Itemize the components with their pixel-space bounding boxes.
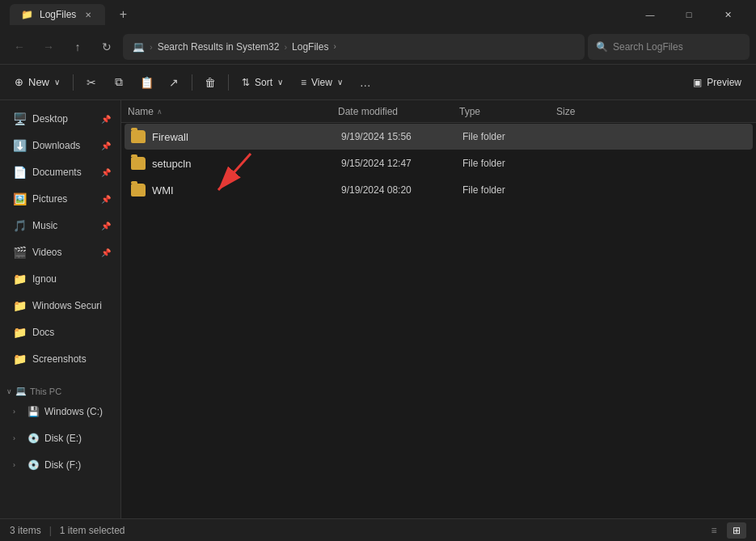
file-type-setupcln: File folder xyxy=(462,158,560,169)
address-part-system32: Search Results in System32 xyxy=(158,41,280,53)
pictures-icon: 🖼️ xyxy=(13,192,26,205)
file-type-wmi: File folder xyxy=(462,184,560,196)
sidebar-label-winsec: Windows Securi xyxy=(32,300,111,311)
selected-count: 1 item selected xyxy=(60,525,125,536)
grid-view-button[interactable]: ⊞ xyxy=(727,522,746,539)
content-area: Name ∧ Date modified Type Size Firewall … xyxy=(121,100,756,518)
file-name-setupcln: setupcln xyxy=(131,157,341,170)
address-end-chevron: › xyxy=(333,42,336,51)
file-row-wmi[interactable]: WMI 9/19/2024 08:20 File folder xyxy=(125,177,753,203)
file-row-firewall[interactable]: Firewall 9/19/2024 15:56 File folder xyxy=(125,124,753,150)
address-bar[interactable]: 💻 › Search Results in System32 › LogFile… xyxy=(123,34,585,60)
sidebar-item-screenshots[interactable]: 📁 Screenshots xyxy=(3,346,117,372)
new-tab-button[interactable]: + xyxy=(112,3,134,26)
address-part-logfiles: LogFiles xyxy=(292,41,328,53)
sidebar-item-documents[interactable]: 📄 Documents 📌 xyxy=(3,159,117,185)
drive-c-icon: 💾 xyxy=(27,406,40,417)
sidebar-item-downloads[interactable]: ⬇️ Downloads 📌 xyxy=(3,133,117,158)
copy-icon: ⧉ xyxy=(115,75,123,89)
list-view-button[interactable]: ≡ xyxy=(704,522,724,539)
sort-chevron-icon: ∨ xyxy=(277,78,283,87)
sort-button[interactable]: ⇅ Sort ∨ xyxy=(234,70,291,95)
search-bar[interactable]: 🔍 Search LogFiles xyxy=(588,34,750,60)
sidebar-item-ignou[interactable]: 📁 Ignou xyxy=(3,266,117,292)
sidebar-item-desktop[interactable]: 🖥️ Desktop 📌 xyxy=(3,106,117,132)
sort-icon: ⇅ xyxy=(242,77,250,88)
sidebar-drive-f[interactable]: › 💿 Disk (F:) xyxy=(3,452,117,478)
docs-folder-icon: 📁 xyxy=(13,326,26,339)
sidebar-item-docs[interactable]: 📁 Docs xyxy=(3,319,117,345)
preview-button[interactable]: ▣ Preview xyxy=(685,70,750,95)
this-pc-section[interactable]: ∨ 💻 This PC xyxy=(0,379,120,398)
sidebar-label-documents: Documents xyxy=(32,167,95,178)
file-label-setupcln: setupcln xyxy=(152,158,191,170)
folder-icon-firewall xyxy=(131,130,146,143)
drive-icon: 💻 xyxy=(133,41,145,53)
preview-label: Preview xyxy=(707,77,741,88)
ignou-folder-icon: 📁 xyxy=(13,273,26,285)
cut-button[interactable]: ✂ xyxy=(78,70,104,95)
file-label-wmi: WMI xyxy=(152,184,174,197)
search-icon: 🔍 xyxy=(596,41,608,53)
col-header-name[interactable]: Name ∧ xyxy=(128,106,338,117)
this-pc-section-chevron: ∨ xyxy=(6,387,12,395)
col-header-type[interactable]: Type xyxy=(459,106,556,117)
tab-logfiles[interactable]: 📁 LogFiles ✕ xyxy=(10,4,105,25)
pin-icon-videos: 📌 xyxy=(101,248,111,257)
back-icon: ← xyxy=(14,40,25,53)
view-label: View xyxy=(311,77,332,88)
tab-close-button[interactable]: ✕ xyxy=(82,9,94,20)
drive-f-label: Disk (F:) xyxy=(44,459,81,471)
share-button[interactable]: ↗ xyxy=(161,70,187,95)
separator-1 xyxy=(73,74,74,91)
up-button[interactable]: ↑ xyxy=(65,34,91,60)
file-label-firewall: Firewall xyxy=(152,131,188,143)
sidebar-item-pictures[interactable]: 🖼️ Pictures 📌 xyxy=(3,186,117,212)
paste-icon: 📋 xyxy=(140,76,154,89)
sidebar-label-downloads: Downloads xyxy=(32,140,95,151)
new-plus-icon: ⊕ xyxy=(15,76,23,88)
forward-button[interactable]: → xyxy=(36,34,61,60)
sidebar-item-music[interactable]: 🎵 Music 📌 xyxy=(3,213,117,239)
this-pc-icon: 💻 xyxy=(15,386,27,396)
delete-button[interactable]: 🗑 xyxy=(197,70,223,95)
action-toolbar: ⊕ New ∨ ✂ ⧉ 📋 ↗ 🗑 ⇅ Sort ∨ ≡ View ∨ … ▣ … xyxy=(0,65,756,100)
minimize-button[interactable]: — xyxy=(631,0,669,29)
refresh-button[interactable]: ↻ xyxy=(94,34,120,60)
col-header-size[interactable]: Size xyxy=(556,106,621,117)
file-row-setupcln[interactable]: setupcln 9/15/2024 12:47 File folder xyxy=(125,150,753,176)
sidebar-drive-e[interactable]: › 💿 Disk (E:) xyxy=(3,425,117,451)
separator-3 xyxy=(228,74,229,91)
folder-icon-setupcln xyxy=(131,157,146,170)
sort-indicator-icon: ∧ xyxy=(157,108,163,116)
back-button[interactable]: ← xyxy=(6,34,32,60)
pin-icon-documents: 📌 xyxy=(101,168,111,177)
documents-icon: 📄 xyxy=(13,166,26,179)
main-layout: 🖥️ Desktop 📌 ⬇️ Downloads 📌 📄 Documents … xyxy=(0,100,756,518)
maximize-button[interactable]: □ xyxy=(670,0,707,29)
view-icon: ≡ xyxy=(301,77,306,88)
delete-icon: 🗑 xyxy=(205,76,216,89)
sidebar-label-ignou: Ignou xyxy=(32,273,111,285)
sidebar-label-music: Music xyxy=(32,220,95,231)
view-button[interactable]: ≡ View ∨ xyxy=(293,70,351,95)
paste-button[interactable]: 📋 xyxy=(133,70,159,95)
file-date-firewall: 9/19/2024 15:56 xyxy=(341,131,462,142)
new-button[interactable]: ⊕ New ∨ xyxy=(6,70,68,95)
address-sep-1: › xyxy=(284,42,287,52)
videos-icon: 🎬 xyxy=(13,246,26,259)
desktop-icon: 🖥️ xyxy=(13,112,26,125)
file-name-firewall: Firewall xyxy=(131,130,341,143)
file-type-firewall: File folder xyxy=(462,131,560,142)
close-button[interactable]: ✕ xyxy=(709,0,746,29)
sidebar-item-winsec[interactable]: 📁 Windows Securi xyxy=(3,293,117,319)
sidebar-item-videos[interactable]: 🎬 Videos 📌 xyxy=(3,239,117,265)
sidebar-drive-c[interactable]: › 💾 Windows (C:) xyxy=(3,399,117,425)
copy-button[interactable]: ⧉ xyxy=(106,70,132,95)
more-icon: … xyxy=(360,76,371,89)
downloads-icon: ⬇️ xyxy=(13,139,26,152)
music-icon: 🎵 xyxy=(13,219,26,232)
more-button[interactable]: … xyxy=(353,70,378,95)
col-header-date[interactable]: Date modified xyxy=(338,106,459,117)
title-bar-left: 📁 LogFiles ✕ + xyxy=(10,3,134,26)
